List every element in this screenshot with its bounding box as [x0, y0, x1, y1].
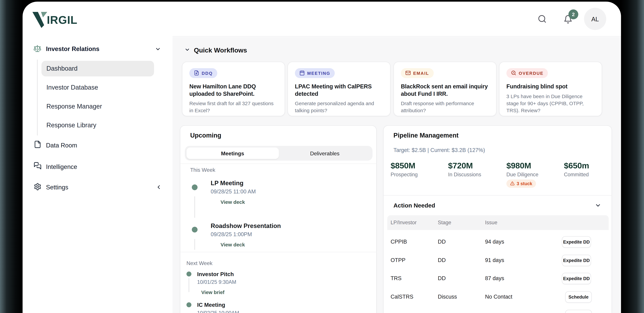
stuck-warning-badge: 3 stuck: [506, 180, 536, 188]
divider: [180, 252, 376, 252]
warning-triangle-icon: [510, 181, 515, 186]
event-datetime: 09/28/25 11:00 AM: [211, 188, 256, 195]
upcoming-title: Upcoming: [190, 132, 221, 139]
partial-row-button[interactable]: [565, 310, 592, 313]
upcoming-card: Upcoming Meetings Deliverables This Week…: [180, 125, 377, 313]
top-header: [172, 2, 621, 36]
stat-committed-label: Committed: [564, 172, 589, 178]
timeline-dot: [192, 227, 198, 232]
search-slash-icon: [511, 70, 516, 76]
tab-deliverables[interactable]: Deliverables: [279, 148, 371, 159]
badge-label: MEETING: [307, 70, 330, 76]
pipeline-target: Target: $2.5B | Current: $3.2B (127%): [394, 147, 485, 153]
tab-meetings[interactable]: Meetings: [186, 148, 279, 159]
event-datetime: 10/02/25 10:00AM: [197, 310, 239, 313]
cell-stage: DD: [438, 239, 446, 245]
file-output-icon: [194, 70, 199, 76]
workflow-card-description: Draft response with performance attribut…: [401, 100, 489, 114]
workflow-card-overdue[interactable]: OVERDUE Fundraising blind spot 3 LPs hav…: [499, 62, 602, 116]
badge-label: DDQ: [202, 70, 213, 76]
scales-icon: [33, 44, 42, 54]
sidebar-subgroup-rail: [37, 60, 38, 136]
sidebar: IRGIL Investor Relations Dashboard Inves…: [23, 2, 172, 313]
ddq-badge: DDQ: [189, 68, 217, 78]
divider: [384, 195, 612, 196]
virgil-logo-mark-icon: [32, 12, 48, 30]
column-stage: Stage: [438, 220, 451, 226]
stat-due-diligence-label: Due Diligence: [506, 172, 538, 178]
sidebar-group-investor-relations[interactable]: Investor Relations: [46, 45, 99, 52]
avatar[interactable]: AL: [584, 8, 606, 30]
chevron-down-icon[interactable]: [155, 46, 161, 54]
notification-count-badge[interactable]: 2: [568, 10, 578, 19]
sidebar-item-data-room[interactable]: Data Room: [46, 142, 77, 149]
stat-due-diligence-value: $980M: [506, 161, 531, 170]
search-icon[interactable]: [538, 14, 547, 25]
cell-investor: CalSTRS: [390, 294, 414, 300]
cell-investor: OTPP: [390, 257, 406, 263]
schedule-button[interactable]: Schedule: [565, 291, 592, 303]
workflow-card-email[interactable]: EMAIL BlackRock sent an email inquiry ab…: [394, 62, 496, 116]
workflow-card-meeting[interactable]: MEETING LPAC Meeting with CalPERS detect…: [288, 62, 390, 116]
event-title: Investor Pitch: [197, 271, 234, 277]
group-label-this-week: This Week: [190, 167, 215, 173]
mail-icon: [405, 70, 411, 76]
email-badge: EMAIL: [401, 68, 434, 78]
workflow-card-description: 3 LPs have been in Due Diligence stage f…: [506, 93, 595, 114]
sidebar-item-response-manager[interactable]: Response Manager: [42, 99, 154, 114]
column-lp-investor: LP/Investor: [390, 220, 416, 226]
meeting-badge: MEETING: [295, 68, 335, 78]
workflow-card-title: New Hamilton Lane DDQ uploaded to ShareP…: [189, 83, 278, 98]
gear-icon: [34, 183, 42, 192]
cell-investor: CPPIB: [390, 239, 407, 245]
sidebar-item-investor-database[interactable]: Investor Database: [42, 80, 154, 95]
view-deck-link[interactable]: View deck: [220, 199, 245, 205]
cell-stage: DD: [438, 257, 446, 263]
stat-committed-value: $650m: [564, 161, 589, 170]
virgil-logo: IRGIL: [32, 12, 78, 30]
cell-investor: TRS: [390, 275, 402, 282]
event-datetime: 09/28/25 1:00PM: [211, 231, 252, 238]
chevron-down-icon[interactable]: [184, 47, 190, 54]
divider: [180, 164, 376, 164]
badge-label: EMAIL: [413, 70, 429, 76]
stuck-warning-label: 3 stuck: [517, 181, 532, 186]
cell-stage: Discuss: [438, 294, 457, 300]
action-needed-title: Action Needed: [394, 202, 435, 209]
event-title: LP Meeting: [211, 180, 243, 186]
quick-workflows-header: Quick Workflows: [184, 47, 247, 54]
timeline-connector: [194, 196, 195, 218]
expedite-dd-button[interactable]: Expedite DD: [562, 273, 591, 284]
cell-issue: No Contact: [485, 294, 512, 300]
sidebar-item-settings[interactable]: Settings: [46, 184, 68, 191]
column-issue: Issue: [485, 220, 497, 226]
timeline-dot: [192, 184, 198, 190]
cell-issue: 91 days: [485, 257, 504, 263]
app-window: IRGIL Investor Relations Dashboard Inves…: [23, 2, 621, 313]
upcoming-tabs: Meetings Deliverables: [185, 146, 372, 160]
workflow-card-description: Generate personalized agenda and talking…: [295, 100, 383, 114]
cell-issue: 87 days: [485, 275, 504, 282]
expedite-dd-button[interactable]: Expedite DD: [562, 236, 591, 248]
chevron-left-icon[interactable]: [156, 184, 162, 192]
event-title: IC Meeting: [197, 302, 225, 308]
workflow-card-ddq[interactable]: DDQ New Hamilton Lane DDQ uploaded to Sh…: [182, 62, 285, 116]
event-title: Roadshow Presentation: [211, 222, 281, 229]
sidebar-item-dashboard[interactable]: Dashboard: [42, 61, 154, 76]
virgil-wordmark: IRGIL: [47, 14, 77, 27]
pipeline-card: Pipeline Management Target: $2.5B | Curr…: [383, 125, 612, 313]
stat-discussions-value: $720M: [448, 161, 473, 170]
sidebar-item-response-library[interactable]: Response Library: [42, 118, 154, 133]
timeline-connector: [194, 239, 195, 250]
cell-issue: 94 days: [485, 239, 504, 245]
view-deck-link[interactable]: View deck: [220, 242, 245, 248]
timeline-dot: [186, 272, 191, 276]
expedite-dd-button[interactable]: Expedite DD: [562, 255, 591, 266]
workflow-card-description: Review first draft for all 327 questions…: [189, 100, 278, 114]
file-icon: [34, 140, 42, 150]
view-brief-link[interactable]: View brief: [201, 290, 224, 296]
stat-discussions-label: In Discussions: [448, 172, 481, 178]
chevron-down-icon[interactable]: [595, 202, 601, 210]
sidebar-item-intelligence[interactable]: Intelligence: [46, 163, 77, 170]
cell-stage: DD: [438, 275, 446, 282]
